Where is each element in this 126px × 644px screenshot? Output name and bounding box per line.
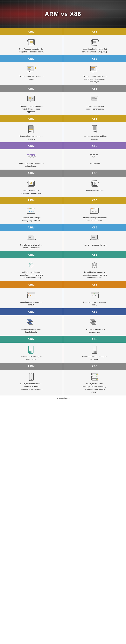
svg-rect-46	[28, 69, 31, 70]
x86-label-2: X86	[63, 55, 126, 62]
arm-icon-8	[26, 234, 36, 242]
x86-label-11: X86	[63, 308, 126, 316]
x86-label-6: X86	[63, 170, 126, 176]
svg-rect-98	[30, 154, 32, 156]
x86-label-10: X86	[63, 281, 126, 288]
x86-cell-13: Deployed in Servers, Desktops, Laptops w…	[63, 370, 126, 396]
svg-rect-169	[29, 236, 32, 236]
svg-rect-54	[91, 67, 95, 68]
svg-rect-234	[93, 349, 96, 349]
svg-rect-178	[93, 239, 96, 240]
svg-rect-171	[29, 237, 31, 238]
arm-icon-2	[26, 65, 36, 74]
svg-point-204	[29, 293, 30, 294]
svg-point-181	[31, 265, 31, 266]
svg-rect-80	[29, 129, 33, 130]
arm-cell-10: </> Managing code expansion is difficult…	[0, 288, 63, 308]
x86-icon-5	[90, 152, 100, 160]
arm-text-11: Decoding of instruction is handled easil…	[19, 328, 44, 334]
svg-rect-175	[92, 236, 95, 236]
svg-text:http://: http://	[29, 210, 36, 212]
x86-text-6: Time to execute is more.	[85, 189, 105, 192]
svg-marker-133	[30, 182, 32, 185]
svg-rect-77	[29, 126, 33, 127]
x86-icon-4	[90, 125, 100, 133]
x86-icon-1	[90, 38, 100, 46]
x86-icon-10: </>	[90, 291, 100, 300]
svg-point-255	[96, 379, 97, 380]
x86-cell-12: Needs supplement memory for calculations…	[63, 342, 126, 363]
svg-point-157	[30, 208, 31, 209]
arm-icon-3	[26, 95, 36, 104]
svg-rect-186	[28, 263, 29, 264]
svg-rect-216	[29, 322, 32, 322]
content-row-13: Deployed in mobile devices where size, p…	[0, 370, 126, 396]
arm-label-7: ARM	[0, 197, 63, 204]
arm-label-2: ARM	[0, 55, 63, 62]
x86-label-4: X86	[63, 115, 126, 122]
arm-label-4: ARM	[0, 115, 63, 122]
x86-cell-4: Uses more registers and less memory.	[63, 122, 126, 142]
svg-rect-44	[28, 67, 31, 68]
svg-rect-172	[30, 239, 32, 240]
svg-rect-49	[34, 67, 35, 69]
svg-rect-41	[93, 41, 96, 43]
section-header-1: ARM X86	[0, 28, 126, 35]
svg-rect-244	[31, 374, 32, 374]
x86-cell-2: Executes complex instruction at a time a…	[63, 62, 126, 85]
arm-icon-6	[26, 179, 36, 188]
svg-rect-197	[92, 263, 93, 264]
arm-label-5: ARM	[0, 142, 63, 149]
svg-rect-110	[93, 154, 95, 156]
section-header-12: ARM X86	[0, 336, 126, 342]
svg-rect-107	[34, 157, 36, 158]
header-section: ARM vs X86	[0, 0, 126, 28]
arm-icon-10: </>	[26, 291, 36, 300]
svg-rect-20	[30, 41, 33, 43]
content-row-7: http:// Complex addressing is managed by…	[0, 204, 126, 224]
arm-icon-5	[26, 152, 36, 160]
x86-cell-10: </> Code expansion is managed easily.	[63, 288, 126, 308]
svg-marker-152	[94, 182, 96, 185]
svg-rect-56	[91, 69, 94, 70]
svg-rect-254	[92, 379, 93, 380]
content-row-10: </> Managing code expansion is difficult…	[0, 288, 126, 308]
arm-icon-1	[26, 38, 36, 46]
arm-cell-4: Requires less registers, more memory.	[0, 122, 63, 142]
svg-rect-100	[32, 154, 34, 156]
svg-rect-66	[29, 97, 31, 99]
svg-rect-225	[29, 350, 33, 350]
arm-text-2: Executes single instruction per cycle.	[19, 75, 44, 80]
page-title: ARM vs X86	[45, 11, 81, 18]
arm-text-13: Deployed in mobile devices where size, p…	[19, 382, 44, 391]
svg-rect-233	[93, 348, 96, 348]
content-row-5: Pipelining of instructions is the unique…	[0, 149, 126, 170]
arm-label-10: ARM	[0, 281, 63, 288]
svg-point-203	[28, 293, 29, 294]
x86-icon-9	[90, 261, 100, 270]
svg-rect-55	[91, 68, 94, 69]
x86-icon-6	[90, 179, 100, 188]
svg-rect-196	[97, 265, 98, 265]
x86-label-8: X86	[63, 224, 126, 231]
svg-rect-79	[29, 128, 33, 129]
svg-rect-174	[92, 236, 97, 239]
svg-rect-108	[90, 154, 92, 156]
svg-rect-168	[28, 236, 33, 239]
svg-rect-246	[92, 374, 93, 375]
svg-rect-89	[93, 128, 96, 129]
arm-label-11: ARM	[0, 308, 63, 316]
x86-text-3: Hardware approach to optimize performanc…	[82, 105, 107, 110]
svg-rect-88	[93, 127, 96, 128]
svg-rect-87	[93, 126, 96, 127]
svg-rect-67	[32, 98, 33, 98]
x86-icon-11	[90, 318, 100, 327]
arm-text-6: Faster Execution of Instructions reduces…	[19, 189, 44, 195]
content-row-3: Optimization of performance with Softwar…	[0, 92, 126, 115]
arm-icon-12	[26, 346, 36, 354]
arm-cell-5: Pipelining of instructions is the unique…	[0, 149, 63, 170]
arm-text-1: Uses Reduced Instruction Set computing A…	[19, 48, 44, 53]
svg-point-163	[92, 208, 93, 209]
svg-rect-96	[27, 154, 29, 156]
section-header-3: ARM X86	[0, 85, 126, 92]
